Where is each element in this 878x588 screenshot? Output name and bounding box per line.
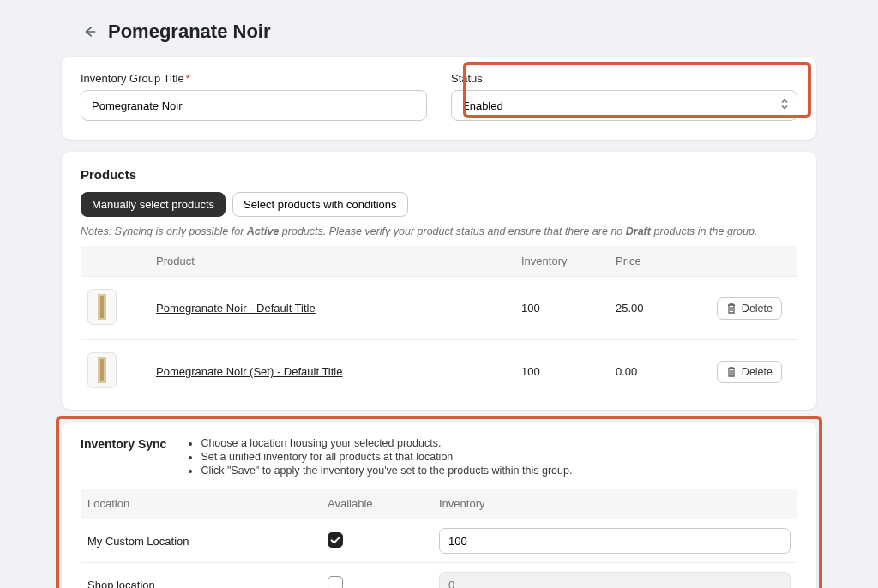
sync-bullet: Click "Save" to apply the inventory you'… bbox=[201, 465, 572, 477]
sync-bullet: Set a unified inventory for all products… bbox=[201, 451, 572, 463]
col-inventory: Inventory bbox=[514, 246, 609, 277]
product-inventory: 100 bbox=[514, 277, 609, 340]
trash-icon bbox=[726, 366, 737, 377]
col-location: Location bbox=[81, 489, 321, 519]
product-price: 0.00 bbox=[609, 340, 703, 404]
page-title: Pomegranate Noir bbox=[108, 21, 271, 43]
table-row: Pomegranate Noir - Default Title 100 25.… bbox=[81, 277, 797, 340]
tab-conditions-products[interactable]: Select products with conditions bbox=[232, 192, 407, 217]
products-table: Product Inventory Price Pomegranate Noir… bbox=[81, 246, 797, 403]
table-row: My Custom Location bbox=[81, 519, 797, 563]
product-link[interactable]: Pomegranate Noir - Default Title bbox=[156, 302, 316, 315]
col-price: Price bbox=[609, 246, 703, 277]
inventory-input[interactable] bbox=[439, 528, 791, 554]
col-available: Available bbox=[321, 489, 432, 519]
table-row: Pomegranate Noir (Set) - Default Title 1… bbox=[81, 340, 797, 404]
product-thumb bbox=[87, 352, 117, 388]
trash-icon bbox=[726, 303, 737, 314]
location-name: My Custom Location bbox=[81, 519, 321, 563]
card-products: Products Manually select products Select… bbox=[62, 152, 816, 410]
available-checkbox[interactable] bbox=[328, 576, 343, 589]
sync-section-title: Inventory Sync bbox=[81, 437, 166, 478]
inventory-input bbox=[439, 572, 791, 588]
col-product: Product bbox=[149, 246, 514, 277]
sync-bullet: Choose a location housing your selected … bbox=[201, 437, 572, 449]
required-asterisk: * bbox=[186, 72, 190, 85]
products-section-title: Products bbox=[81, 167, 797, 182]
locations-table: Location Available Inventory My Custom L… bbox=[81, 489, 797, 588]
location-name: Shop location bbox=[81, 563, 321, 589]
status-select[interactable]: Enabled bbox=[451, 90, 797, 121]
delete-button[interactable]: Delete bbox=[717, 361, 782, 383]
product-price: 25.00 bbox=[609, 277, 703, 340]
status-label: Status bbox=[451, 72, 797, 85]
product-thumb bbox=[87, 289, 117, 325]
title-input[interactable] bbox=[81, 90, 427, 121]
title-label: Inventory Group Title* bbox=[81, 72, 427, 85]
tab-manual-products[interactable]: Manually select products bbox=[81, 192, 226, 217]
card-inventory-sync: Inventory Sync Choose a location housing… bbox=[62, 422, 816, 588]
back-arrow-icon[interactable] bbox=[82, 24, 98, 39]
table-row: Shop location bbox=[81, 563, 797, 589]
product-inventory: 100 bbox=[514, 340, 609, 404]
product-link[interactable]: Pomegranate Noir (Set) - Default Title bbox=[156, 365, 342, 378]
card-title-status: Inventory Group Title* Status Enabled bbox=[62, 57, 816, 140]
delete-button[interactable]: Delete bbox=[717, 297, 782, 320]
available-checkbox[interactable] bbox=[328, 532, 343, 548]
col-inventory-loc: Inventory bbox=[432, 489, 797, 519]
products-note: Notes: Syncing is only possible for Acti… bbox=[81, 225, 797, 237]
